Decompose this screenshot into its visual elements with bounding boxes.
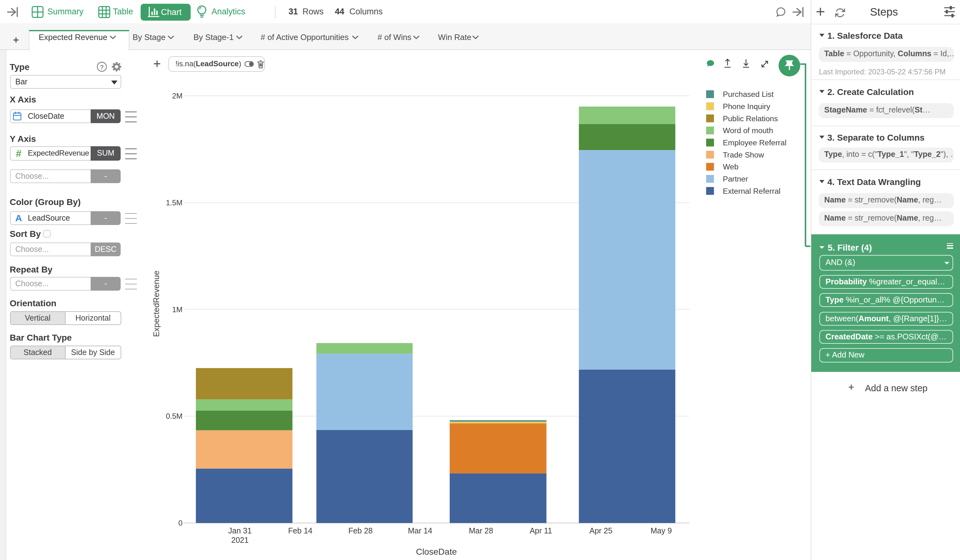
svg-text:Apr 11: Apr 11 bbox=[530, 526, 552, 535]
svg-text:CloseDate: CloseDate bbox=[416, 547, 457, 557]
svg-text:External Referral: External Referral bbox=[723, 187, 781, 195]
svg-text:Word of mouth: Word of mouth bbox=[723, 126, 773, 135]
svg-text:Employee Referral: Employee Referral bbox=[723, 138, 787, 147]
svg-text:Partner: Partner bbox=[723, 175, 748, 183]
svg-text:?: ? bbox=[100, 64, 104, 70]
svg-text:2021: 2021 bbox=[231, 536, 249, 544]
svg-text:Web: Web bbox=[723, 163, 738, 171]
svg-text:0: 0 bbox=[178, 519, 182, 527]
svg-text:1.5M: 1.5M bbox=[166, 198, 182, 207]
svg-text:Phone Inquiry: Phone Inquiry bbox=[723, 102, 770, 110]
svg-text:Feb 28: Feb 28 bbox=[349, 526, 373, 535]
svg-text:Jan 31: Jan 31 bbox=[228, 526, 251, 535]
svg-text:Mar 14: Mar 14 bbox=[408, 526, 432, 535]
svg-text:2M: 2M bbox=[172, 91, 182, 100]
svg-text:Apr 25: Apr 25 bbox=[589, 526, 613, 535]
svg-text:Feb 14: Feb 14 bbox=[288, 526, 312, 535]
svg-text:Purchased List: Purchased List bbox=[723, 90, 774, 98]
svg-text:ExpectedRevenue: ExpectedRevenue bbox=[152, 270, 161, 337]
svg-text:Public Relations: Public Relations bbox=[723, 114, 778, 123]
svg-text:0.5M: 0.5M bbox=[166, 412, 182, 420]
svg-text:May 9: May 9 bbox=[651, 526, 672, 535]
svg-text:Trade Show: Trade Show bbox=[723, 150, 764, 159]
svg-text:Mar 28: Mar 28 bbox=[469, 526, 493, 535]
svg-text:1M: 1M bbox=[172, 305, 182, 314]
